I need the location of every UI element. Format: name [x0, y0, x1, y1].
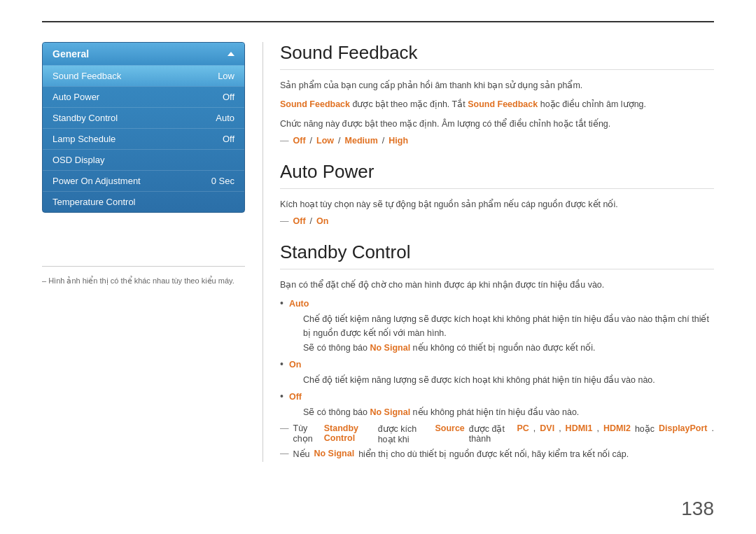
section-note: Tùy chọn Standby Control được kích hoạt …: [280, 423, 714, 444]
sidebar-item-value: Auto: [216, 113, 234, 123]
section-paragraph: Kích hoạt tùy chọn này sẽ tự động bật ng…: [280, 197, 714, 212]
bullet-item: OffSẽ có thông báo No Signal nếu không p…: [280, 390, 714, 419]
main-content: Sound FeedbackSản phẩm của bạn cung cấp …: [280, 42, 714, 492]
top-divider: [42, 21, 714, 22]
arrow-up-icon: [227, 52, 234, 56]
sidebar-item[interactable]: Auto PowerOff: [43, 86, 244, 107]
section-sound-feedback: Sound FeedbackSản phẩm của bạn cung cấp …: [280, 42, 714, 146]
bullet-item-label: Off: [289, 392, 302, 402]
sidebar-items-container: Sound FeedbackLowAuto PowerOffStandby Co…: [43, 65, 244, 212]
vertical-divider: [262, 42, 263, 462]
section-paragraph: Sound Feedback được bật theo mặc định. T…: [280, 97, 714, 112]
dash-line: Off / Low / Medium / High: [280, 136, 714, 146]
sidebar-menu: General Sound FeedbackLowAuto PowerOffSt…: [42, 42, 245, 213]
section-paragraph: Bạn có thể đặt chế độ chờ cho màn hình đ…: [280, 278, 714, 293]
bullet-item: AutoChế độ tiết kiệm năng lượng sẽ được …: [280, 297, 714, 355]
sidebar-item-label: Auto Power: [52, 92, 99, 102]
bullet-item-label: Auto: [289, 299, 309, 309]
section-paragraph: Chức năng này được bật theo mặc định. Âm…: [280, 117, 714, 132]
sidebar-item-value: Off: [223, 134, 234, 144]
page-number: 138: [681, 498, 714, 520]
sidebar-item-value: 0 Sec: [211, 176, 234, 186]
bullet-line: Sẽ có thông báo No Signal nếu không phát…: [303, 405, 579, 420]
section-title-sound-feedback: Sound Feedback: [280, 42, 714, 70]
section-auto-power: Auto PowerKích hoạt tùy chọn này sẽ tự đ…: [280, 161, 714, 226]
section-paragraph: Sản phẩm của bạn cung cấp phản hồi âm th…: [280, 78, 714, 93]
section-title-standby-control: Standby Control: [280, 241, 714, 269]
sidebar-item-label: Sound Feedback: [52, 71, 121, 81]
sidebar-item-value: Off: [223, 92, 234, 102]
bullet-line: Chế độ tiết kiệm năng lượng sẽ được kích…: [303, 312, 714, 341]
sidebar: General Sound FeedbackLowAuto PowerOffSt…: [42, 42, 245, 213]
sidebar-title: General: [52, 48, 89, 59]
sidebar-item-label: Standby Control: [52, 113, 118, 123]
bullet-item-label: On: [289, 360, 301, 370]
sidebar-item-label: Power On Adjustment: [52, 176, 141, 186]
sidebar-item[interactable]: Power On Adjustment0 Sec: [43, 170, 244, 191]
sidebar-item-label: Temperature Control: [52, 197, 136, 207]
sidebar-item[interactable]: Sound FeedbackLow: [43, 65, 244, 86]
section-standby-control: Standby ControlBạn có thể đặt chế độ chờ…: [280, 241, 714, 459]
section-note: Nếu No Signal hiển thị cho dù thiết bị n…: [280, 449, 714, 459]
sidebar-item[interactable]: Standby ControlAuto: [43, 107, 244, 128]
bullet-line: Sẽ có thông báo No Signal nếu không có t…: [303, 341, 714, 356]
section-title-auto-power: Auto Power: [280, 161, 714, 189]
sidebar-header: General: [43, 43, 244, 65]
bullet-item: OnChế độ tiết kiệm năng lượng sẽ được kí…: [280, 358, 714, 387]
sidebar-item[interactable]: OSD Display: [43, 149, 244, 170]
sidebar-item[interactable]: Lamp ScheduleOff: [43, 128, 244, 149]
dash-line: Off / On: [280, 216, 714, 226]
sidebar-item-value: Low: [218, 71, 234, 81]
sidebar-item[interactable]: Temperature Control: [43, 191, 244, 212]
sidebar-item-label: OSD Display: [52, 155, 104, 165]
sidebar-note: – Hình ảnh hiển thị có thể khác nhau tùy…: [42, 276, 234, 286]
sidebar-divider: [42, 266, 245, 267]
sidebar-item-label: Lamp Schedule: [52, 134, 115, 144]
bullet-line: Chế độ tiết kiệm năng lượng sẽ được kích…: [303, 373, 655, 388]
